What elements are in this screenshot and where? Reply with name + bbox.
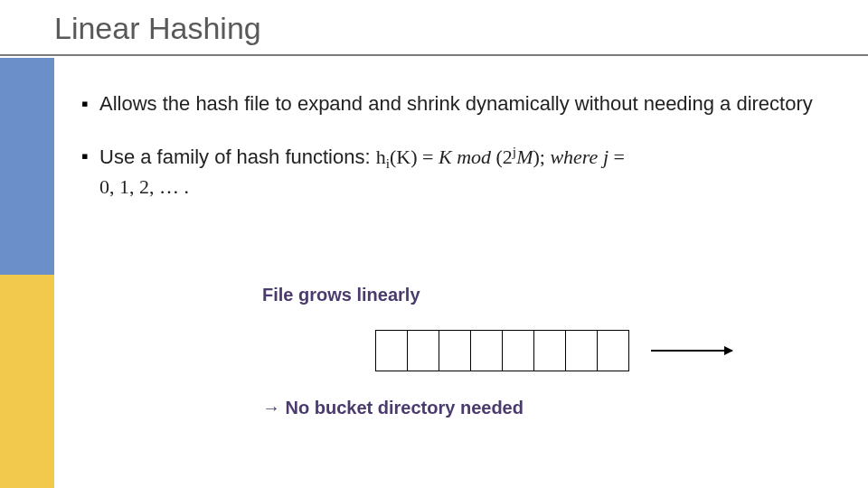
sidebar-accent-blue <box>0 58 54 275</box>
lparen: ( <box>496 145 503 168</box>
bucket-cell <box>439 330 471 371</box>
bullet-2: Use a family of hash functions: hi(K) = … <box>81 143 841 201</box>
formula-tail: 0, 1, 2, … . <box>99 175 189 198</box>
fn-name: h <box>376 145 386 168</box>
caption-no-directory-text: No bucket directory needed <box>280 398 524 418</box>
eq-sign-2: = <box>609 145 625 168</box>
growth-arrow-icon <box>651 350 732 352</box>
title-underline <box>0 54 868 56</box>
op-mod: mod <box>452 145 496 168</box>
bucket-cell <box>565 330 598 371</box>
slide-title: Linear Hashing <box>54 11 261 46</box>
where-word: where <box>550 145 602 168</box>
arrow-right-icon: → <box>262 398 280 418</box>
hash-formula: hi(K) = K mod (2jM); where j = <box>376 145 625 168</box>
bucket-cell <box>407 330 439 371</box>
caption-file-grows: File grows linearly <box>262 285 420 305</box>
semi: ; <box>540 145 551 168</box>
bucket-cell <box>470 330 503 371</box>
bucket-cell <box>375 330 408 371</box>
var-K: K <box>439 145 452 168</box>
bucket-cell <box>597 330 629 371</box>
var-M: M <box>516 145 533 168</box>
slide: Linear Hashing Allows the hash file to e… <box>0 0 868 488</box>
bucket-row <box>375 330 629 371</box>
caption-no-directory: → No bucket directory needed <box>262 398 524 418</box>
bullet-2-prefix: Use a family of hash functions: <box>99 145 376 168</box>
bullet-1: Allows the hash file to expand and shrin… <box>81 90 841 117</box>
rparen: ) <box>533 145 539 168</box>
bucket-cell <box>533 330 566 371</box>
bullet-list: Allows the hash file to expand and shrin… <box>81 90 841 226</box>
bucket-cell <box>502 330 534 371</box>
fn-arg: (K) <box>390 145 418 168</box>
const-2: 2 <box>503 145 513 168</box>
eq-sign: = <box>418 145 439 168</box>
